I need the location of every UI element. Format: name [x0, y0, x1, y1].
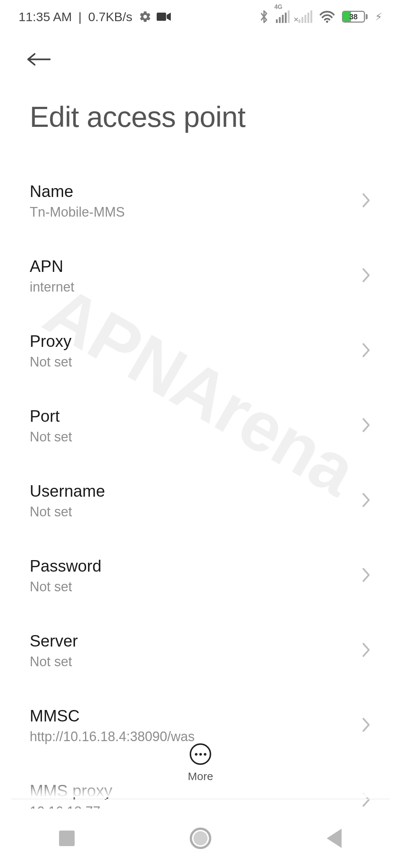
page-title: Edit access point	[0, 78, 401, 149]
gear-icon	[139, 10, 151, 23]
chevron-right-icon	[361, 342, 371, 360]
row-port[interactable]: Port Not set	[30, 388, 371, 463]
row-name[interactable]: Name Tn-Mobile-MMS	[30, 164, 371, 239]
row-label: Name	[30, 182, 353, 201]
chevron-right-icon	[361, 492, 371, 510]
nav-back-button[interactable]	[312, 823, 356, 853]
camera-icon	[157, 11, 171, 22]
svg-point-1	[326, 21, 328, 23]
charging-icon: ⚡︎	[375, 11, 382, 23]
signal-1-icon: 4G	[276, 10, 290, 23]
nav-recents-button[interactable]	[45, 823, 89, 853]
svg-rect-0	[157, 13, 166, 21]
status-right: 4G ✕ 38 ⚡︎	[259, 10, 382, 24]
row-value: http://10.16.18.4:38090/was	[30, 729, 353, 744]
signal-network-tag: 4G	[274, 4, 282, 10]
chevron-right-icon	[361, 717, 371, 734]
wifi-icon	[319, 10, 335, 23]
back-button[interactable]	[26, 45, 56, 74]
row-value: internet	[30, 279, 353, 295]
bottom-divider	[11, 799, 390, 799]
header	[0, 33, 401, 78]
row-label: Server	[30, 632, 353, 650]
chevron-right-icon	[361, 192, 371, 210]
status-bar: 11:35 AM | 0.7KB/s 4G ✕ 38	[0, 0, 401, 33]
row-value: Not set	[30, 579, 353, 595]
more-icon	[190, 743, 211, 765]
row-apn[interactable]: APN internet	[30, 239, 371, 313]
row-label: Port	[30, 407, 353, 425]
row-value: Tn-Mobile-MMS	[30, 204, 353, 220]
row-value: Not set	[30, 354, 353, 370]
row-value: Not set	[30, 504, 353, 520]
square-icon	[59, 831, 75, 846]
row-value: Not set	[30, 654, 353, 670]
row-label: Username	[30, 482, 353, 500]
row-label: APN	[30, 257, 353, 276]
row-proxy[interactable]: Proxy Not set	[30, 313, 371, 388]
chevron-right-icon	[361, 267, 371, 285]
row-label: Password	[30, 557, 353, 575]
circle-icon	[190, 828, 211, 849]
battery-percent: 38	[343, 13, 364, 21]
row-label: Proxy	[30, 332, 353, 351]
more-button[interactable]: More	[188, 743, 213, 783]
more-label: More	[188, 770, 213, 783]
arrow-left-icon	[26, 50, 52, 69]
navigation-bar	[0, 809, 401, 868]
chevron-right-icon	[361, 567, 371, 585]
status-net-speed: 0.7KB/s	[88, 10, 132, 24]
row-value: Not set	[30, 429, 353, 445]
chevron-right-icon	[361, 417, 371, 435]
nav-home-button[interactable]	[178, 823, 223, 853]
chevron-right-icon	[361, 642, 371, 660]
signal-2-icon: ✕	[299, 10, 312, 23]
row-username[interactable]: Username Not set	[30, 463, 371, 538]
triangle-left-icon	[327, 829, 342, 848]
bluetooth-icon	[259, 10, 269, 24]
settings-list: Name Tn-Mobile-MMS APN internet Proxy No…	[0, 149, 401, 838]
battery-icon: 38	[342, 11, 368, 23]
row-server[interactable]: Server Not set	[30, 613, 371, 688]
row-label: MMSC	[30, 707, 353, 725]
row-password[interactable]: Password Not set	[30, 538, 371, 613]
status-time: 11:35 AM	[19, 10, 72, 24]
status-separator: |	[75, 10, 85, 24]
status-left: 11:35 AM | 0.7KB/s	[19, 10, 171, 24]
